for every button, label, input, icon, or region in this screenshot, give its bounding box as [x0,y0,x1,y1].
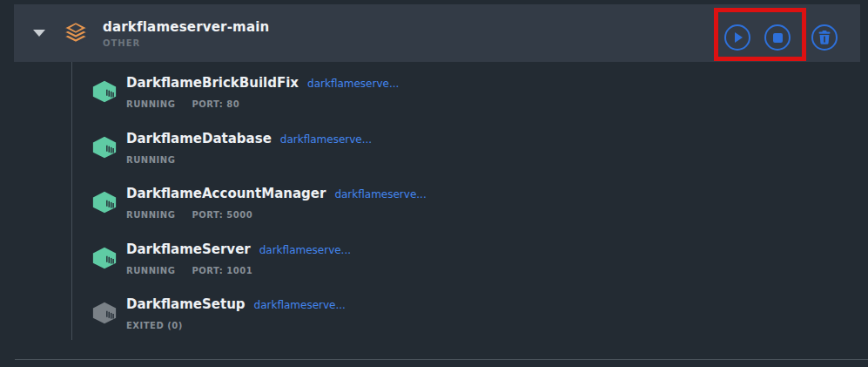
container-status: RUNNING [126,99,175,109]
bottom-divider [15,359,868,360]
container-row: DarkflameSetup darkflameserve... EXITED … [91,296,346,332]
stack-header[interactable]: darkflameserver-main OTHER [14,4,860,62]
chevron-down-icon[interactable] [33,30,45,37]
play-icon [735,32,743,43]
container-image-link[interactable]: darkflameserve... [254,299,346,311]
container-image-link[interactable]: darkflameserve... [334,188,426,200]
stack-type-label: OTHER [103,38,269,48]
container-row: DarkflameBrickBuildFix darkflameserve...… [91,74,399,111]
container-status: EXITED (0) [126,321,183,330]
tree-connector-line [71,62,72,340]
container-cube-icon [91,190,118,214]
container-port: PORT: 1001 [192,266,252,275]
container-row: DarkflameServer darkflameserve... RUNNIN… [91,241,351,277]
container-image-link[interactable]: darkflameserve... [307,78,399,90]
container-row-text: DarkflameBrickBuildFix darkflameserve...… [126,74,399,111]
container-cube-icon [91,135,118,160]
container-cube-icon [91,301,118,325]
container-row-text: DarkflameServer darkflameserve... RUNNIN… [126,241,351,277]
container-image-link[interactable]: darkflameserve... [259,244,351,256]
container-status: RUNNING [126,155,175,165]
container-port: PORT: 5000 [192,210,252,220]
container-name: DarkflameSetup [126,296,246,313]
container-image-link[interactable]: darkflameserve... [280,133,372,146]
trash-icon [818,31,831,44]
stop-icon [773,33,783,43]
container-name: DarkflameDatabase [126,130,272,147]
delete-button[interactable] [811,24,838,51]
stack-titles: darkflameserver-main OTHER [103,19,269,48]
container-row: DarkflameDatabase darkflameserve... RUNN… [91,130,372,167]
container-name: DarkflameServer [126,241,251,258]
container-name: DarkflameBrickBuildFix [126,74,299,92]
container-row-text: DarkflameSetup darkflameserve... EXITED … [126,296,346,332]
container-cube-icon [91,79,118,104]
container-port: PORT: 80 [192,99,239,109]
stack-layers-icon [62,20,90,46]
stop-button[interactable] [764,24,791,51]
start-button[interactable] [724,24,750,51]
container-status: RUNNING [126,266,175,275]
container-cube-icon [91,246,118,270]
stack-title: darkflameserver-main [103,19,269,36]
container-name: DarkflameAccountManager [126,185,326,202]
container-row: DarkflameAccountManager darkflameserve..… [91,185,427,221]
container-status: RUNNING [126,210,175,220]
container-row-text: DarkflameDatabase darkflameserve... RUNN… [126,130,372,167]
container-row-text: DarkflameAccountManager darkflameserve..… [126,185,427,221]
